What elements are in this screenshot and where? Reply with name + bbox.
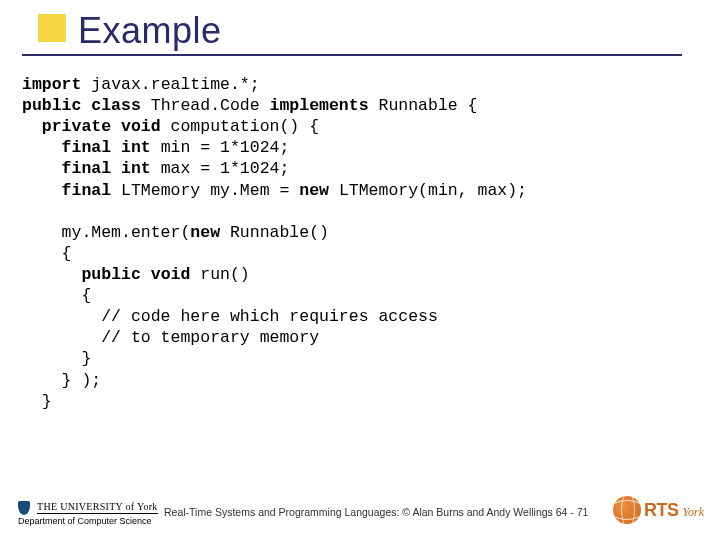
- code-line: import javax.realtime.*;: [22, 74, 527, 95]
- shield-icon: [18, 501, 30, 515]
- code-line: public class Thread.Code implements Runn…: [22, 95, 527, 116]
- rts-logo: RTS York: [613, 496, 704, 524]
- york-label: York: [682, 505, 704, 520]
- code-line: final int min = 1*1024;: [22, 137, 527, 158]
- code-line: my.Mem.enter(new Runnable(): [22, 222, 527, 243]
- code-line: // to temporary memory: [22, 327, 527, 348]
- code-line: final int max = 1*1024;: [22, 158, 527, 179]
- code-line: final LTMemory my.Mem = new LTMemory(min…: [22, 180, 527, 201]
- university-logo: THE UNIVERSITY of York Department of Com…: [18, 500, 158, 526]
- code-line: {: [22, 243, 527, 264]
- rts-label: RTS: [644, 500, 679, 521]
- university-name: THE UNIVERSITY of York: [37, 501, 158, 514]
- slide-title: Example: [78, 10, 222, 52]
- footer: THE UNIVERSITY of York Department of Com…: [0, 488, 720, 532]
- code-line: public void run(): [22, 264, 527, 285]
- footer-text: Real-Time Systems and Programming Langua…: [164, 506, 588, 518]
- code-line: [22, 201, 527, 222]
- code-line: }: [22, 391, 527, 412]
- code-block: import javax.realtime.*;public class Thr…: [22, 74, 527, 412]
- slide-title-block: Example: [38, 10, 222, 52]
- globe-icon: [613, 496, 641, 524]
- code-line: private void computation() {: [22, 116, 527, 137]
- department-name: Department of Computer Science: [18, 516, 158, 526]
- code-line: {: [22, 285, 527, 306]
- code-line: } );: [22, 370, 527, 391]
- title-underline: [22, 54, 682, 56]
- title-bullet-square: [38, 14, 66, 42]
- code-line: // code here which requires access: [22, 306, 527, 327]
- code-line: }: [22, 348, 527, 369]
